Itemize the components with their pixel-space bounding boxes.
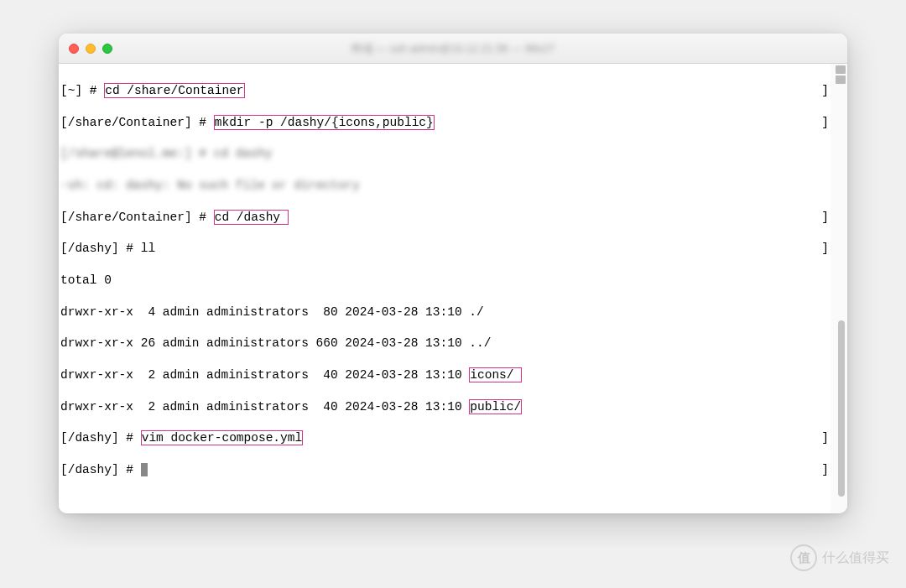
scrollbar[interactable] (830, 64, 847, 513)
highlight-box: vim docker-compose.yml (141, 430, 303, 445)
highlight-box: public/ (469, 399, 522, 414)
traffic-lights (69, 44, 112, 54)
terminal-line: total 0 (60, 273, 829, 289)
terminal-line: [/dashy] # ll] (60, 241, 829, 257)
titlebar[interactable]: 终端 — ssh admin@10.12.21.56 — 98x27 (59, 34, 847, 64)
terminal-line: drwxr-xr-x 2 admin administrators 40 202… (60, 367, 829, 383)
terminal-body[interactable]: [~] # cd /share/Container] [/share/Conta… (59, 64, 830, 513)
highlight-box: mkdir -p /dashy/{icons,public} (214, 115, 435, 130)
watermark-badge: 值 (790, 544, 817, 547)
terminal-line: drwxr-xr-x 4 admin administrators 80 202… (60, 304, 829, 320)
highlight-box: cd /share/Container (104, 83, 244, 98)
terminal-window: 终端 — ssh admin@10.12.21.56 — 98x27 [~] #… (59, 34, 847, 513)
window-title: 终端 — ssh admin@10.12.21.56 — 98x27 (351, 41, 555, 56)
terminal-line: [/dashy] # ] (60, 462, 829, 478)
terminal-line: [/share/Container] # cd /dashy ] (60, 210, 829, 226)
scroll-indicator-icon (836, 65, 846, 84)
terminal-line: [~] # cd /share/Container] (60, 83, 829, 99)
highlight-box: icons/ (469, 367, 522, 382)
minimize-icon[interactable] (86, 44, 96, 54)
maximize-icon[interactable] (102, 44, 112, 54)
terminal-line: [/dashy] # vim docker-compose.yml] (60, 430, 829, 446)
terminal-line-redacted: -sh: cd: dashy: No such file or director… (60, 178, 829, 194)
scroll-thumb[interactable] (838, 320, 845, 497)
close-icon[interactable] (69, 44, 79, 54)
highlight-box: cd /dashy (214, 210, 289, 225)
cursor-icon (141, 463, 148, 476)
terminal-line: drwxr-xr-x 2 admin administrators 40 202… (60, 399, 829, 415)
watermark: 值 什么值得买 (790, 544, 889, 547)
terminal-line-redacted: [/share@lenol.me:] # cd dashy (60, 146, 829, 162)
terminal-line: drwxr-xr-x 26 admin administrators 660 2… (60, 336, 829, 351)
terminal-line: [/share/Container] # mkdir -p /dashy/{ic… (60, 115, 829, 131)
